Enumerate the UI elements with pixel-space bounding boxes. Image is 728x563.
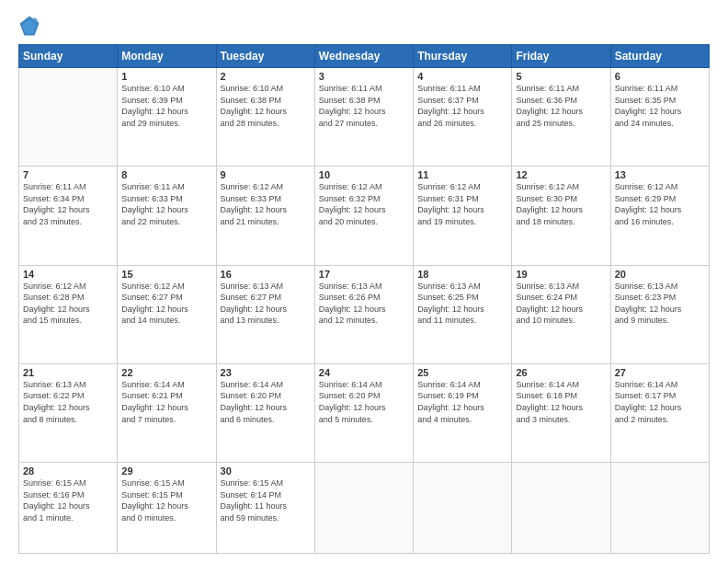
calendar-cell: 8Sunrise: 6:11 AM Sunset: 6:33 PM Daylig… (118, 167, 216, 265)
calendar-header-sunday: Sunday (19, 45, 118, 68)
page: SundayMondayTuesdayWednesdayThursdayFrid… (0, 0, 728, 563)
calendar-cell: 20Sunrise: 6:13 AM Sunset: 6:23 PM Dayli… (610, 265, 709, 363)
calendar-cell: 7Sunrise: 6:11 AM Sunset: 6:34 PM Daylig… (19, 167, 118, 265)
calendar-header-saturday: Saturday (610, 45, 709, 68)
day-number: 10 (319, 169, 409, 180)
calendar-cell (610, 463, 709, 554)
day-info: Sunrise: 6:13 AM Sunset: 6:26 PM Dayligh… (319, 281, 409, 327)
calendar-week-3: 14Sunrise: 6:12 AM Sunset: 6:28 PM Dayli… (19, 265, 710, 363)
calendar-cell: 14Sunrise: 6:12 AM Sunset: 6:28 PM Dayli… (19, 265, 118, 363)
day-number: 8 (121, 169, 211, 180)
calendar-header-thursday: Thursday (414, 45, 512, 68)
day-info: Sunrise: 6:13 AM Sunset: 6:24 PM Dayligh… (516, 281, 606, 327)
day-number: 1 (121, 71, 211, 82)
day-info: Sunrise: 6:12 AM Sunset: 6:33 PM Dayligh… (221, 181, 311, 227)
calendar-cell: 26Sunrise: 6:14 AM Sunset: 6:18 PM Dayli… (512, 363, 610, 462)
day-info: Sunrise: 6:11 AM Sunset: 6:35 PM Dayligh… (615, 83, 705, 129)
calendar-cell: 22Sunrise: 6:14 AM Sunset: 6:21 PM Dayli… (118, 363, 216, 462)
calendar-cell (314, 463, 413, 554)
calendar-cell: 1Sunrise: 6:10 AM Sunset: 6:39 PM Daylig… (118, 68, 216, 167)
day-number: 15 (121, 269, 211, 280)
calendar-cell: 2Sunrise: 6:10 AM Sunset: 6:38 PM Daylig… (216, 68, 314, 167)
calendar-header-friday: Friday (512, 45, 610, 68)
day-info: Sunrise: 6:14 AM Sunset: 6:18 PM Dayligh… (516, 379, 606, 425)
calendar-cell: 23Sunrise: 6:14 AM Sunset: 6:20 PM Dayli… (216, 363, 314, 462)
calendar-cell: 11Sunrise: 6:12 AM Sunset: 6:31 PM Dayli… (414, 167, 512, 265)
calendar-week-4: 21Sunrise: 6:13 AM Sunset: 6:22 PM Dayli… (19, 363, 710, 462)
calendar-cell: 10Sunrise: 6:12 AM Sunset: 6:32 PM Dayli… (314, 167, 413, 265)
day-number: 19 (516, 269, 606, 280)
day-info: Sunrise: 6:12 AM Sunset: 6:31 PM Dayligh… (417, 181, 507, 227)
day-number: 27 (615, 367, 705, 378)
calendar-cell: 16Sunrise: 6:13 AM Sunset: 6:27 PM Dayli… (216, 265, 314, 363)
calendar-cell: 15Sunrise: 6:12 AM Sunset: 6:27 PM Dayli… (118, 265, 216, 363)
day-number: 6 (615, 71, 705, 82)
day-info: Sunrise: 6:14 AM Sunset: 6:21 PM Dayligh… (121, 379, 211, 425)
calendar-cell: 28Sunrise: 6:15 AM Sunset: 6:16 PM Dayli… (19, 463, 118, 554)
day-number: 29 (121, 465, 211, 477)
day-number: 24 (319, 367, 409, 378)
day-info: Sunrise: 6:10 AM Sunset: 6:39 PM Dayligh… (121, 83, 211, 129)
day-info: Sunrise: 6:10 AM Sunset: 6:38 PM Dayligh… (221, 83, 311, 129)
calendar-cell: 18Sunrise: 6:13 AM Sunset: 6:25 PM Dayli… (414, 265, 512, 363)
day-info: Sunrise: 6:11 AM Sunset: 6:37 PM Dayligh… (417, 83, 507, 129)
day-info: Sunrise: 6:12 AM Sunset: 6:29 PM Dayligh… (615, 181, 705, 227)
day-number: 21 (23, 367, 113, 378)
day-info: Sunrise: 6:11 AM Sunset: 6:36 PM Dayligh… (516, 83, 606, 129)
calendar-cell: 12Sunrise: 6:12 AM Sunset: 6:30 PM Dayli… (512, 167, 610, 265)
day-info: Sunrise: 6:11 AM Sunset: 6:38 PM Dayligh… (319, 83, 409, 129)
day-number: 12 (516, 169, 606, 180)
calendar-cell: 13Sunrise: 6:12 AM Sunset: 6:29 PM Dayli… (610, 167, 709, 265)
day-info: Sunrise: 6:14 AM Sunset: 6:17 PM Dayligh… (615, 379, 705, 425)
day-info: Sunrise: 6:13 AM Sunset: 6:27 PM Dayligh… (221, 281, 311, 327)
day-number: 3 (319, 71, 409, 82)
calendar-cell: 17Sunrise: 6:13 AM Sunset: 6:26 PM Dayli… (314, 265, 413, 363)
day-number: 9 (221, 169, 311, 180)
day-info: Sunrise: 6:12 AM Sunset: 6:32 PM Dayligh… (319, 181, 409, 227)
calendar-week-1: 1Sunrise: 6:10 AM Sunset: 6:39 PM Daylig… (19, 68, 710, 167)
day-info: Sunrise: 6:12 AM Sunset: 6:30 PM Dayligh… (516, 181, 606, 227)
day-info: Sunrise: 6:11 AM Sunset: 6:33 PM Dayligh… (121, 181, 211, 227)
calendar-table: SundayMondayTuesdayWednesdayThursdayFrid… (18, 44, 710, 554)
day-number: 30 (221, 465, 311, 477)
day-info: Sunrise: 6:14 AM Sunset: 6:19 PM Dayligh… (417, 379, 507, 425)
calendar-cell: 27Sunrise: 6:14 AM Sunset: 6:17 PM Dayli… (610, 363, 709, 462)
calendar-cell (512, 463, 610, 554)
day-info: Sunrise: 6:11 AM Sunset: 6:34 PM Dayligh… (23, 181, 113, 227)
day-number: 7 (23, 169, 113, 180)
day-number: 5 (516, 71, 606, 82)
day-number: 16 (221, 269, 311, 280)
calendar-cell: 25Sunrise: 6:14 AM Sunset: 6:19 PM Dayli… (414, 363, 512, 462)
calendar-cell: 5Sunrise: 6:11 AM Sunset: 6:36 PM Daylig… (512, 68, 610, 167)
header (18, 15, 710, 37)
calendar-cell (19, 68, 118, 167)
day-number: 26 (516, 367, 606, 378)
day-number: 20 (615, 269, 705, 280)
day-info: Sunrise: 6:14 AM Sunset: 6:20 PM Dayligh… (221, 379, 311, 425)
day-info: Sunrise: 6:14 AM Sunset: 6:20 PM Dayligh… (319, 379, 409, 425)
day-number: 18 (417, 269, 507, 280)
day-number: 17 (319, 269, 409, 280)
day-number: 28 (23, 465, 113, 477)
day-number: 23 (221, 367, 311, 378)
calendar-week-5: 28Sunrise: 6:15 AM Sunset: 6:16 PM Dayli… (19, 463, 710, 554)
day-number: 25 (417, 367, 507, 378)
calendar-cell (414, 463, 512, 554)
day-info: Sunrise: 6:13 AM Sunset: 6:25 PM Dayligh… (417, 281, 507, 327)
day-number: 2 (221, 71, 311, 82)
day-number: 4 (417, 71, 507, 82)
calendar-week-2: 7Sunrise: 6:11 AM Sunset: 6:34 PM Daylig… (19, 167, 710, 265)
calendar-header-row: SundayMondayTuesdayWednesdayThursdayFrid… (19, 45, 710, 68)
calendar-cell: 21Sunrise: 6:13 AM Sunset: 6:22 PM Dayli… (19, 363, 118, 462)
calendar-header-monday: Monday (118, 45, 216, 68)
day-info: Sunrise: 6:12 AM Sunset: 6:27 PM Dayligh… (121, 281, 211, 327)
logo (18, 15, 44, 37)
calendar-header-wednesday: Wednesday (314, 45, 413, 68)
day-number: 14 (23, 269, 113, 280)
logo-icon (18, 15, 40, 37)
calendar-cell: 3Sunrise: 6:11 AM Sunset: 6:38 PM Daylig… (314, 68, 413, 167)
day-info: Sunrise: 6:12 AM Sunset: 6:28 PM Dayligh… (23, 281, 113, 327)
day-number: 22 (121, 367, 211, 378)
day-info: Sunrise: 6:13 AM Sunset: 6:23 PM Dayligh… (615, 281, 705, 327)
day-info: Sunrise: 6:15 AM Sunset: 6:16 PM Dayligh… (23, 477, 113, 523)
